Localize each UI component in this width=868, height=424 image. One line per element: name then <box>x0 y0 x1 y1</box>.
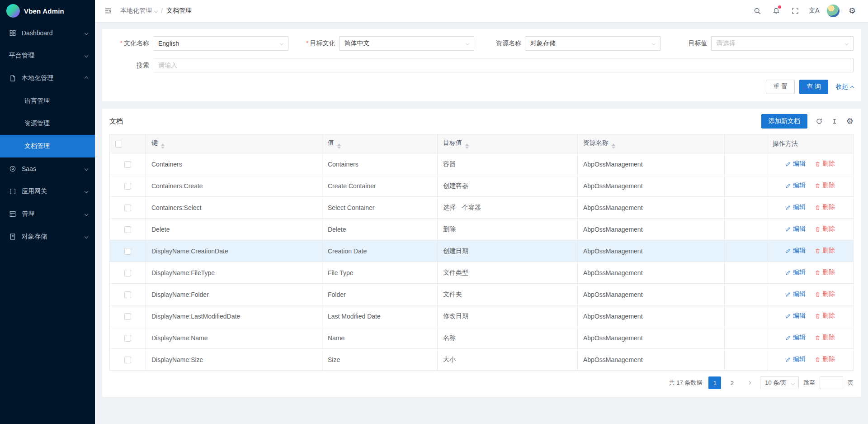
logo-icon <box>6 4 20 18</box>
table-row[interactable]: Containers:Create Create Container 创建容器 … <box>110 175 854 197</box>
translate-icon[interactable]: 文A <box>805 0 824 22</box>
edit-button[interactable]: 编辑 <box>785 312 806 320</box>
select-value: English <box>158 40 179 47</box>
delete-button[interactable]: 删除 <box>815 160 835 168</box>
sort-icon[interactable] <box>161 143 165 149</box>
sidebar-item-dashboard[interactable]: Dashboard <box>0 22 95 44</box>
table-row[interactable]: Containers Containers 容器 AbpOssManagemen… <box>110 153 854 175</box>
row-checkbox[interactable] <box>124 357 131 363</box>
edit-button[interactable]: 编辑 <box>785 290 806 298</box>
notification-badge <box>778 5 781 9</box>
reset-button[interactable]: 重 置 <box>766 80 795 94</box>
row-checkbox[interactable] <box>124 161 131 168</box>
sidebar-item-saas[interactable]: Saas <box>0 157 95 180</box>
row-checkbox[interactable] <box>124 291 131 298</box>
sort-icon[interactable] <box>465 143 469 149</box>
select-all-checkbox[interactable] <box>115 141 122 148</box>
table-row[interactable]: Delete Delete 删除 AbpOssManagement 编辑 删除 <box>110 219 854 240</box>
edit-button[interactable]: 编辑 <box>785 247 806 255</box>
breadcrumb-item-localization[interactable]: 本地化管理 <box>120 7 157 15</box>
table-row[interactable]: DisplayName:Size Size 大小 AbpOssManagemen… <box>110 349 854 371</box>
page-size-select[interactable]: 10 条/页 <box>760 376 799 389</box>
sort-icon[interactable] <box>612 143 615 149</box>
sidebar-item-gateway[interactable]: 应用网关 <box>0 180 95 203</box>
search-icon[interactable] <box>748 0 767 22</box>
row-checkbox[interactable] <box>124 226 131 233</box>
row-height-icon[interactable] <box>831 118 838 125</box>
table-row[interactable]: Containers:Select Select Container 选择一个容… <box>110 197 854 219</box>
sort-icon[interactable] <box>337 143 341 149</box>
column-settings-gear-icon[interactable]: ⚙ <box>846 117 854 125</box>
row-checkbox[interactable] <box>124 248 131 255</box>
breadcrumb: 本地化管理 / 文档管理 <box>120 7 192 15</box>
edit-button[interactable]: 编辑 <box>785 181 806 190</box>
sidebar-item-resource-management[interactable]: 资源管理 <box>0 112 95 135</box>
sidebar-item-localization[interactable]: 本地化管理 <box>0 67 95 90</box>
table-row[interactable]: DisplayName:Folder Folder 文件夹 AbpOssMana… <box>110 284 854 305</box>
table-row-highlighted[interactable]: DisplayName:CreationDate Creation Date 创… <box>110 240 854 262</box>
column-header-key[interactable]: 键 <box>146 134 322 153</box>
table-row[interactable]: DisplayName:LastModifiedDate Last Modifi… <box>110 305 854 327</box>
field-label: 资源名称 <box>481 39 525 48</box>
table-row[interactable]: DisplayName:Name Name 名称 AbpOssManagemen… <box>110 327 854 349</box>
cell-empty <box>725 219 767 240</box>
row-checkbox[interactable] <box>124 335 131 342</box>
page-button-2[interactable]: 2 <box>726 376 738 389</box>
refresh-icon[interactable] <box>816 118 823 125</box>
delete-button[interactable]: 删除 <box>815 203 835 211</box>
page-button-1[interactable]: 1 <box>708 376 721 389</box>
next-page-button[interactable] <box>743 376 755 389</box>
search-input[interactable] <box>153 58 854 72</box>
edit-button[interactable]: 编辑 <box>785 203 806 211</box>
sidebar: Vben Admin Dashboard 平台管理 本地化管理 <box>0 0 95 424</box>
table-row[interactable]: DisplayName:FileType File Type 文件类型 AbpO… <box>110 262 854 284</box>
jump-page-input[interactable] <box>820 376 843 389</box>
column-header-value[interactable]: 值 <box>322 134 438 153</box>
sidebar-item-management[interactable]: 管理 <box>0 203 95 225</box>
pencil-icon <box>785 248 791 254</box>
cell-value: Create Container <box>322 175 438 197</box>
delete-button[interactable]: 删除 <box>815 268 835 276</box>
query-button[interactable]: 查 询 <box>799 80 828 94</box>
column-header-empty <box>725 134 767 153</box>
row-checkbox[interactable] <box>124 313 131 320</box>
target-culture-select[interactable]: 简体中文 <box>339 36 475 51</box>
fullscreen-icon[interactable] <box>786 0 805 22</box>
delete-button[interactable]: 删除 <box>815 312 835 320</box>
gateway-icon <box>9 188 16 195</box>
sidebar-item-language-management[interactable]: 语言管理 <box>0 90 95 112</box>
column-header-resource[interactable]: 资源名称 <box>578 134 725 153</box>
management-icon <box>9 210 16 218</box>
delete-button[interactable]: 删除 <box>815 225 835 233</box>
edit-button[interactable]: 编辑 <box>785 268 806 276</box>
edit-button[interactable]: 编辑 <box>785 355 806 363</box>
sidebar-item-object-storage[interactable]: 对象存储 <box>0 225 95 248</box>
settings-gear-icon[interactable]: ⚙ <box>843 0 862 22</box>
row-checkbox[interactable] <box>124 270 131 276</box>
edit-button[interactable]: 编辑 <box>785 160 806 168</box>
cell-empty <box>725 349 767 371</box>
notification-bell-icon[interactable] <box>767 0 786 22</box>
delete-button[interactable]: 删除 <box>815 333 835 342</box>
delete-button[interactable]: 删除 <box>815 355 835 363</box>
row-checkbox[interactable] <box>124 205 131 211</box>
edit-button[interactable]: 编辑 <box>785 333 806 342</box>
target-value-select[interactable]: 请选择 <box>711 36 854 51</box>
resource-select[interactable]: 对象存储 <box>525 36 660 51</box>
add-document-button[interactable]: 添加新文档 <box>761 114 807 129</box>
collapse-toggle[interactable]: 收起 <box>835 83 854 91</box>
sidebar-item-document-management[interactable]: 文档管理 <box>0 135 95 157</box>
culture-select[interactable]: English <box>153 36 288 51</box>
logo[interactable]: Vben Admin <box>0 0 95 22</box>
delete-button[interactable]: 删除 <box>815 181 835 190</box>
column-header-target[interactable]: 目标值 <box>438 134 578 153</box>
delete-button[interactable]: 删除 <box>815 290 835 298</box>
cell-key: Containers:Select <box>146 197 322 219</box>
edit-button[interactable]: 编辑 <box>785 225 806 233</box>
document-table-card: 文档 添加新文档 ⚙ <box>102 109 861 397</box>
sidebar-item-platform[interactable]: 平台管理 <box>0 44 95 67</box>
avatar[interactable] <box>824 0 843 22</box>
row-checkbox[interactable] <box>124 183 131 190</box>
delete-button[interactable]: 删除 <box>815 247 835 255</box>
menu-fold-icon[interactable] <box>100 3 116 19</box>
